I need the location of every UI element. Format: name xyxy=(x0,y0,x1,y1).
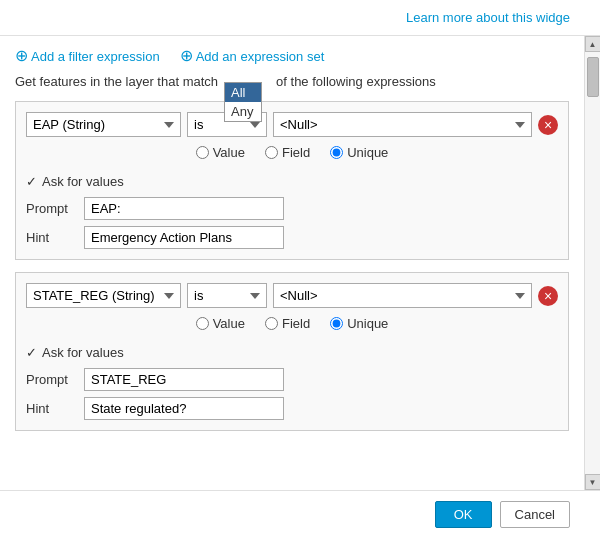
prompt-hint-grid-1: Prompt Hint xyxy=(26,197,558,249)
ok-button[interactable]: OK xyxy=(435,501,492,528)
remove-btn-2[interactable]: × xyxy=(538,286,558,306)
scrollbar-down-btn[interactable]: ▼ xyxy=(585,474,601,490)
op-select-2[interactable]: is is not xyxy=(187,283,267,308)
ask-checkbox-row-1: ✓ Ask for values xyxy=(26,174,558,189)
content-wrapper: ⊕ Add a filter expression ⊕ Add an expre… xyxy=(0,36,600,490)
add-links-row: ⊕ Add a filter expression ⊕ Add an expre… xyxy=(15,48,569,64)
match-suffix: of the following expressions xyxy=(276,74,436,89)
scrollbar-up-btn[interactable]: ▲ xyxy=(585,36,601,52)
hint-input-2[interactable] xyxy=(84,397,284,420)
ask-label-2: Ask for values xyxy=(42,345,124,360)
ask-section-2: ✓ Ask for values Prompt Hint xyxy=(26,339,558,420)
field-select-2[interactable]: STATE_REG (String) xyxy=(26,283,181,308)
add-expression-set-icon: ⊕ xyxy=(180,48,193,64)
bottom-bar: OK Cancel xyxy=(0,490,600,538)
expression-block-2: STATE_REG (String) is is not <Null> × Va… xyxy=(15,272,569,431)
prompt-label-1: Prompt xyxy=(26,197,76,220)
scrollbar-track xyxy=(585,52,600,474)
prompt-hint-grid-2: Prompt Hint xyxy=(26,368,558,420)
radio-unique-2[interactable]: Unique xyxy=(330,316,388,331)
checkmark-2: ✓ xyxy=(26,345,37,360)
hint-label-1: Hint xyxy=(26,226,76,249)
radio-row-1: Value Field Unique xyxy=(26,145,558,160)
expression-row-2: STATE_REG (String) is is not <Null> × xyxy=(26,283,558,308)
cancel-button[interactable]: Cancel xyxy=(500,501,570,528)
expression-row-1: EAP (String) is is not <Null> × xyxy=(26,112,558,137)
ask-section-1: ✓ Ask for values Prompt Hint xyxy=(26,168,558,249)
remove-btn-1[interactable]: × xyxy=(538,115,558,135)
add-expression-set-label: Add an expression set xyxy=(196,49,325,64)
prompt-input-1[interactable] xyxy=(84,197,284,220)
radio-row-2: Value Field Unique xyxy=(26,316,558,331)
hint-input-1[interactable] xyxy=(84,226,284,249)
radio-field-2[interactable]: Field xyxy=(265,316,310,331)
add-filter-label: Add a filter expression xyxy=(31,49,160,64)
add-filter-link[interactable]: ⊕ Add a filter expression xyxy=(15,48,160,64)
radio-field-1[interactable]: Field xyxy=(265,145,310,160)
scrollbar: ▲ ▼ xyxy=(584,36,600,490)
ask-checkbox-row-2: ✓ Ask for values xyxy=(26,345,558,360)
radio-unique-1[interactable]: Unique xyxy=(330,145,388,160)
radio-value-2[interactable]: Value xyxy=(196,316,245,331)
scroll-content: ⊕ Add a filter expression ⊕ Add an expre… xyxy=(0,36,584,490)
value-select-1[interactable]: <Null> xyxy=(273,112,532,137)
prompt-input-2[interactable] xyxy=(84,368,284,391)
radio-value-1[interactable]: Value xyxy=(196,145,245,160)
expression-block-1: EAP (String) is is not <Null> × Value xyxy=(15,101,569,260)
scrollbar-thumb[interactable] xyxy=(587,57,599,97)
match-prefix: Get features in the layer that match xyxy=(15,74,218,89)
field-select-1[interactable]: EAP (String) xyxy=(26,112,181,137)
learn-more-link[interactable]: Learn more about this widge xyxy=(406,10,570,25)
value-select-2[interactable]: <Null> xyxy=(273,283,532,308)
all-any-popup: All Any xyxy=(224,82,262,122)
hint-label-2: Hint xyxy=(26,397,76,420)
ask-label-1: Ask for values xyxy=(42,174,124,189)
top-bar: Learn more about this widge xyxy=(0,0,600,36)
checkmark-1: ✓ xyxy=(26,174,37,189)
add-expression-set-link[interactable]: ⊕ Add an expression set xyxy=(180,48,325,64)
option-all[interactable]: All xyxy=(225,83,261,102)
option-any[interactable]: Any xyxy=(225,102,261,121)
main-container: Learn more about this widge ⊕ Add a filt… xyxy=(0,0,600,538)
prompt-label-2: Prompt xyxy=(26,368,76,391)
match-row: Get features in the layer that match All… xyxy=(15,74,569,89)
add-filter-icon: ⊕ xyxy=(15,48,28,64)
